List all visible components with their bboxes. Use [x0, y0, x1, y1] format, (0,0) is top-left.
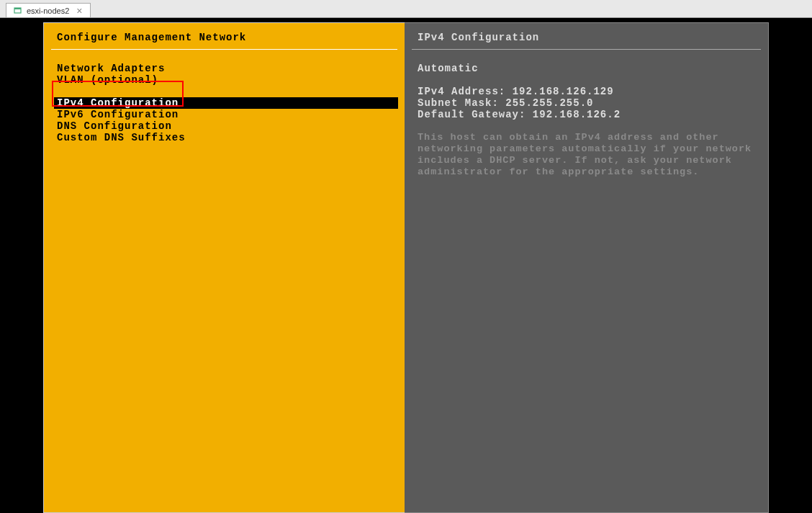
default-gateway-value: 192.168.126.2 [533, 109, 621, 120]
help-text: This host can obtain an IPv4 address and… [405, 132, 768, 178]
left-panel: Configure Management Network Network Ada… [43, 22, 405, 513]
mode-value: Automatic [418, 63, 755, 74]
menu-item-custom-dns-suffixes[interactable]: Custom DNS Suffixes [44, 132, 405, 143]
default-gateway-line: Default Gateway: 192.168.126.2 [418, 109, 755, 120]
menu-item-ipv4-configuration[interactable]: IPv4 Configuration [54, 97, 398, 109]
console-area: Configure Management Network Network Ada… [0, 18, 812, 513]
console-inner: Configure Management Network Network Ada… [43, 22, 769, 513]
right-panel: IPv4 Configuration Automatic IPv4 Addres… [405, 22, 769, 513]
tab-title: esxi-nodes2 [27, 6, 69, 15]
menu-item-ipv6-configuration[interactable]: IPv6 Configuration [44, 109, 405, 120]
ipv4-address-line: IPv4 Address: 192.168.126.129 [418, 86, 755, 97]
default-gateway-label: Default Gateway: [418, 109, 525, 120]
subnet-mask-value: 255.255.255.0 [505, 97, 593, 109]
ipv4-address-label: IPv4 Address: [418, 86, 505, 97]
svg-rect-1 [14, 8, 21, 9]
detail-content: Automatic IPv4 Address: 192.168.126.129 … [405, 50, 768, 120]
menu-item-vlan[interactable]: VLAN (optional) [44, 74, 405, 86]
ipv4-address-value: 192.168.126.129 [513, 86, 614, 97]
close-icon[interactable]: × [76, 6, 82, 16]
vm-icon [14, 6, 22, 15]
tab-esxi-nodes2[interactable]: esxi-nodes2 × [6, 3, 91, 17]
menu-item-network-adapters[interactable]: Network Adapters [44, 63, 405, 74]
subnet-mask-label: Subnet Mask: [418, 97, 499, 109]
menu-list: Network Adapters VLAN (optional) IPv4 Co… [44, 50, 405, 143]
right-panel-title: IPv4 Configuration [405, 23, 768, 49]
left-panel-title: Configure Management Network [44, 23, 405, 49]
menu-item-dns-configuration[interactable]: DNS Configuration [44, 120, 405, 132]
subnet-mask-line: Subnet Mask: 255.255.255.0 [418, 97, 755, 109]
tab-bar: esxi-nodes2 × [0, 0, 812, 18]
